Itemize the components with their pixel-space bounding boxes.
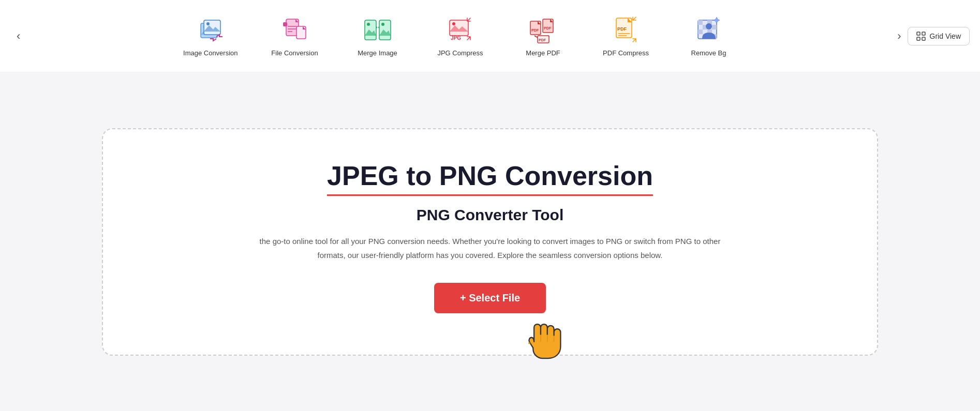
- main-content: JPEG to PNG Conversion PNG Converter Too…: [0, 72, 980, 411]
- svg-rect-43: [922, 32, 925, 35]
- select-file-wrapper: + Select File: [434, 278, 546, 313]
- svg-rect-15: [379, 20, 391, 40]
- nav-label-file-conversion: File Conversion: [271, 49, 318, 57]
- top-nav: ‹ Image Conversion: [0, 0, 980, 72]
- svg-point-49: [528, 342, 530, 344]
- nav-label-merge-image: Merge Image: [358, 49, 397, 57]
- nav-label-jpg-compress: JPG Compress: [437, 49, 483, 57]
- svg-point-19: [452, 22, 455, 25]
- nav-item-jpg-compress[interactable]: JPG JPG Compress: [435, 15, 486, 57]
- file-conversion-icon: [280, 15, 310, 45]
- svg-rect-37: [698, 29, 703, 34]
- svg-text:PDF: PDF: [531, 28, 539, 32]
- description: the go-to online tool for all your PNG c…: [257, 234, 723, 262]
- svg-rect-3: [204, 20, 220, 35]
- svg-rect-36: [712, 25, 717, 29]
- nav-item-file-conversion[interactable]: File Conversion: [269, 15, 321, 57]
- nav-label-pdf-compress: PDF Compress: [603, 49, 649, 57]
- nav-label-image-conversion: Image Conversion: [183, 49, 238, 57]
- grid-icon: [916, 32, 926, 41]
- svg-rect-18: [450, 20, 468, 36]
- pdf-compress-icon: PDF: [611, 15, 641, 45]
- nav-item-remove-bg[interactable]: Remove Bg: [683, 15, 735, 57]
- svg-point-4: [206, 22, 210, 25]
- svg-point-41: [706, 23, 712, 29]
- svg-rect-33: [698, 20, 703, 25]
- nav-items: Image Conversion: [26, 15, 891, 57]
- image-conversion-icon: [196, 15, 226, 45]
- grid-view-label: Grid View: [930, 32, 961, 40]
- nav-label-remove-bg: Remove Bg: [691, 49, 726, 57]
- select-file-label: + Select File: [460, 292, 520, 304]
- cursor-hand-icon: [520, 313, 572, 370]
- merge-pdf-icon: PDF PDF PDF: [528, 15, 558, 45]
- grid-view-button[interactable]: Grid View: [908, 27, 970, 45]
- svg-text:JPG: JPG: [451, 35, 461, 41]
- svg-rect-42: [917, 32, 920, 35]
- prev-arrow[interactable]: ‹: [10, 25, 26, 47]
- main-title: JPEG to PNG Conversion: [327, 160, 653, 196]
- nav-item-merge-pdf[interactable]: PDF PDF PDF Merge PDF: [517, 15, 569, 57]
- svg-point-16: [381, 23, 384, 26]
- sub-title: PNG Converter Tool: [417, 206, 563, 224]
- merge-image-icon: [363, 15, 393, 45]
- svg-rect-12: [365, 20, 376, 40]
- jpg-compress-icon: JPG: [446, 15, 476, 45]
- nav-label-merge-pdf: Merge PDF: [526, 49, 560, 57]
- svg-point-13: [367, 23, 370, 26]
- svg-rect-45: [922, 37, 925, 40]
- select-file-button[interactable]: + Select File: [434, 283, 546, 313]
- conversion-card: JPEG to PNG Conversion PNG Converter Too…: [102, 128, 878, 356]
- remove-bg-icon: [694, 15, 724, 45]
- svg-rect-7: [283, 22, 287, 26]
- svg-text:PDF: PDF: [544, 26, 552, 30]
- nav-item-pdf-compress[interactable]: PDF PDF Compress: [600, 15, 652, 57]
- svg-text:PDF: PDF: [617, 26, 627, 32]
- svg-rect-44: [917, 37, 920, 40]
- nav-item-image-conversion[interactable]: Image Conversion: [183, 15, 238, 57]
- svg-text:PDF: PDF: [539, 38, 546, 42]
- nav-item-merge-image[interactable]: Merge Image: [352, 15, 404, 57]
- next-arrow[interactable]: ›: [891, 25, 907, 47]
